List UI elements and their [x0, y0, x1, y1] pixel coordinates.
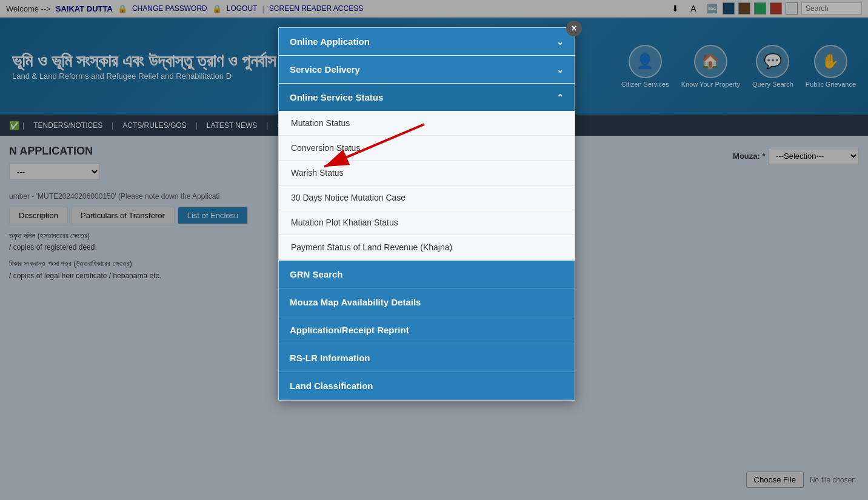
mutation-status-item[interactable]: Mutation Status [279, 111, 575, 136]
service-delivery-header[interactable]: Service Delivery ⌄ [279, 56, 575, 83]
service-delivery-label: Service Delivery [290, 64, 360, 75]
chevron-down-icon: ⌄ [556, 37, 564, 47]
land-classification-item[interactable]: Land Classification [279, 372, 575, 400]
online-application-header[interactable]: Online Application ⌄ [279, 28, 575, 55]
chevron-down-icon2: ⌄ [556, 65, 564, 75]
30-days-notice-item[interactable]: 30 Days Notice Mutation Case [279, 185, 575, 210]
chevron-up-icon: ⌃ [556, 93, 564, 102]
application-reprint-item[interactable]: Application/Receipt Reprint [279, 316, 575, 344]
navigation-modal: × Online Application ⌄ Service Delivery … [278, 27, 575, 401]
menu-section-online-application: Online Application ⌄ [279, 28, 575, 56]
online-application-label: Online Application [290, 36, 370, 47]
mouza-map-item[interactable]: Mouza Map Availability Details [279, 288, 575, 316]
online-service-status-label: Online Service Status [290, 92, 383, 102]
grn-search-item[interactable]: GRN Search [279, 261, 575, 288]
rs-lr-information-item[interactable]: RS-LR Information [279, 344, 575, 372]
menu-section-service-delivery: Service Delivery ⌄ [279, 56, 575, 84]
online-service-status-header[interactable]: Online Service Status ⌃ [279, 84, 575, 111]
warish-status-item[interactable]: Warish Status [279, 161, 575, 185]
menu-section-online-service-status: Online Service Status ⌃ Mutation Status … [279, 84, 575, 261]
modal-close-button[interactable]: × [566, 21, 582, 36]
mutation-plot-khatian-item[interactable]: Mutation Plot Khatian Status [279, 210, 575, 235]
conversion-status-item[interactable]: Conversion Status [279, 136, 575, 161]
payment-status-item[interactable]: Payment Status of Land Revenue (Khajna) [279, 235, 575, 260]
